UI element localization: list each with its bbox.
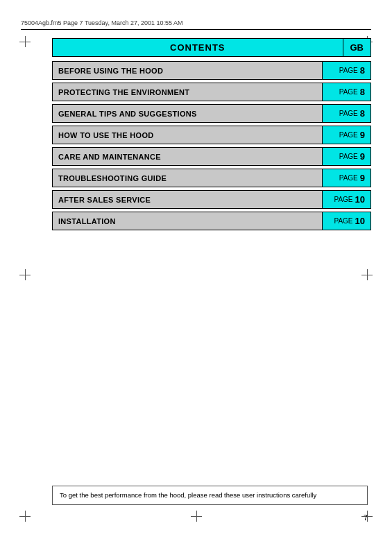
toc-item-label: GENERAL TIPS AND SUGGESTIONS xyxy=(53,105,322,122)
header: 75004Agb.fm5 Page 7 Tuesday, March 27, 2… xyxy=(21,19,371,26)
crosshair-mid-left xyxy=(19,269,31,280)
toc-item-page: PAGE 9 xyxy=(322,126,370,144)
crosshair-mid-right xyxy=(361,269,373,280)
toc-item: AFTER SALES SERVICE PAGE 10 xyxy=(52,190,371,209)
toc-item-page: PAGE 10 xyxy=(322,191,370,208)
toc-item: PROTECTING THE ENVIRONMENT PAGE 8 xyxy=(52,83,371,101)
crosshair-bot-left xyxy=(19,511,31,522)
contents-gb-label: GB xyxy=(350,42,364,53)
toc-item-page: PAGE 8 xyxy=(322,83,370,101)
page-number: 7 xyxy=(364,513,368,522)
crosshair-top-left xyxy=(19,36,31,47)
page: 75004Agb.fm5 Page 7 Tuesday, March 27, 2… xyxy=(0,0,392,555)
contents-title-cell: CONTENTS xyxy=(53,39,343,56)
toc-item-label: TROUBLESHOOTING GUIDE xyxy=(53,169,322,187)
toc-item-page: PAGE 9 xyxy=(322,148,370,165)
toc-item-label: BEFORE USING THE HOOD xyxy=(53,62,322,79)
toc-item: INSTALLATION PAGE 10 xyxy=(52,212,371,230)
toc-item-label: INSTALLATION xyxy=(53,212,322,230)
toc-item-label: AFTER SALES SERVICE xyxy=(53,191,322,208)
header-line xyxy=(21,29,371,30)
toc-item-page: PAGE 10 xyxy=(322,212,370,230)
toc-item-label: CARE AND MAINTENANCE xyxy=(53,148,322,165)
contents-header-row: CONTENTS GB xyxy=(52,38,371,57)
footer-note-text: To get the best performance from the hoo… xyxy=(60,491,316,499)
toc-item-label: PROTECTING THE ENVIRONMENT xyxy=(53,83,322,101)
contents-gb-cell: GB xyxy=(343,39,371,56)
toc-item: CARE AND MAINTENANCE PAGE 9 xyxy=(52,147,371,166)
content-area: CONTENTS GB BEFORE USING THE HOOD PAGE 8… xyxy=(52,38,371,233)
toc-item-page: PAGE 9 xyxy=(322,169,370,187)
contents-title: CONTENTS xyxy=(170,42,225,53)
toc-item-page: PAGE 8 xyxy=(322,105,370,122)
toc-item: BEFORE USING THE HOOD PAGE 8 xyxy=(52,61,371,80)
toc-item-page: PAGE 8 xyxy=(322,62,370,79)
crosshair-bot-mid xyxy=(191,511,202,522)
footer-note: To get the best performance from the hoo… xyxy=(52,486,368,505)
toc-item: HOW TO USE THE HOOD PAGE 9 xyxy=(52,126,371,144)
toc-item: GENERAL TIPS AND SUGGESTIONS PAGE 8 xyxy=(52,104,371,123)
header-filename: 75004Agb.fm5 Page 7 Tuesday, March 27, 2… xyxy=(21,19,183,26)
toc-item-label: HOW TO USE THE HOOD xyxy=(53,126,322,144)
toc-item: TROUBLESHOOTING GUIDE PAGE 9 xyxy=(52,169,371,187)
toc-list: BEFORE USING THE HOOD PAGE 8 PROTECTING … xyxy=(52,61,371,230)
